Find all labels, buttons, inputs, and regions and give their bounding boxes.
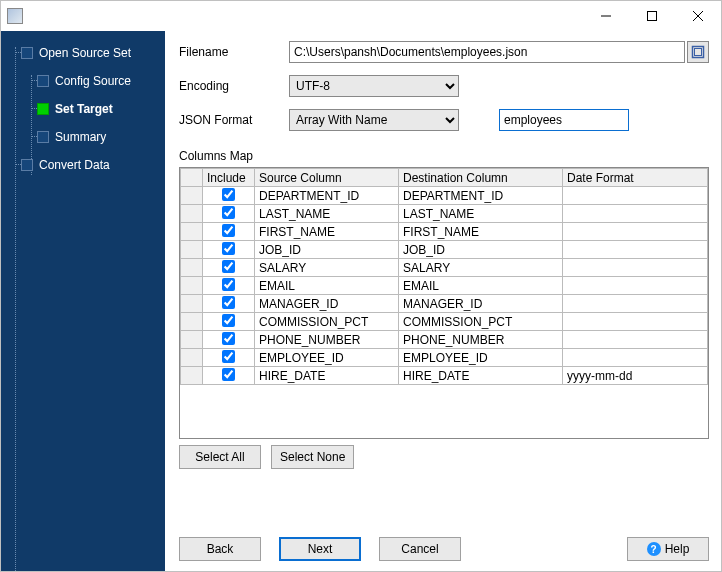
header-date-format[interactable]: Date Format	[563, 169, 708, 187]
sidebar-item-set-target[interactable]: Set Target	[1, 95, 165, 123]
next-button[interactable]: Next	[279, 537, 361, 561]
include-cell[interactable]	[203, 187, 255, 205]
help-button[interactable]: ?Help	[627, 537, 709, 561]
source-cell[interactable]: FIRST_NAME	[255, 223, 399, 241]
filename-input[interactable]	[289, 41, 685, 63]
include-checkbox[interactable]	[222, 332, 235, 345]
close-button[interactable]	[675, 1, 721, 31]
source-cell[interactable]: EMPLOYEE_ID	[255, 349, 399, 367]
date-format-cell[interactable]	[563, 241, 708, 259]
row-header[interactable]	[181, 367, 203, 385]
row-header[interactable]	[181, 259, 203, 277]
include-cell[interactable]	[203, 349, 255, 367]
destination-cell[interactable]: FIRST_NAME	[399, 223, 563, 241]
source-cell[interactable]: HIRE_DATE	[255, 367, 399, 385]
table-row[interactable]: PHONE_NUMBERPHONE_NUMBER	[181, 331, 708, 349]
header-destination[interactable]: Destination Column	[399, 169, 563, 187]
date-format-cell[interactable]	[563, 205, 708, 223]
cancel-button[interactable]: Cancel	[379, 537, 461, 561]
destination-cell[interactable]: JOB_ID	[399, 241, 563, 259]
maximize-button[interactable]	[629, 1, 675, 31]
include-cell[interactable]	[203, 259, 255, 277]
destination-cell[interactable]: MANAGER_ID	[399, 295, 563, 313]
table-row[interactable]: EMPLOYEE_IDEMPLOYEE_ID	[181, 349, 708, 367]
include-cell[interactable]	[203, 295, 255, 313]
source-cell[interactable]: JOB_ID	[255, 241, 399, 259]
include-checkbox[interactable]	[222, 368, 235, 381]
include-checkbox[interactable]	[222, 278, 235, 291]
source-cell[interactable]: SALARY	[255, 259, 399, 277]
source-cell[interactable]: LAST_NAME	[255, 205, 399, 223]
include-cell[interactable]	[203, 313, 255, 331]
source-cell[interactable]: EMAIL	[255, 277, 399, 295]
date-format-cell[interactable]	[563, 277, 708, 295]
row-header[interactable]	[181, 295, 203, 313]
include-cell[interactable]	[203, 331, 255, 349]
row-header[interactable]	[181, 241, 203, 259]
row-header[interactable]	[181, 313, 203, 331]
include-checkbox[interactable]	[222, 314, 235, 327]
include-cell[interactable]	[203, 241, 255, 259]
sidebar-item-convert-data[interactable]: Convert Data	[1, 151, 165, 179]
browse-button[interactable]	[687, 41, 709, 63]
destination-cell[interactable]: SALARY	[399, 259, 563, 277]
header-source[interactable]: Source Column	[255, 169, 399, 187]
row-header[interactable]	[181, 205, 203, 223]
include-checkbox[interactable]	[222, 260, 235, 273]
include-cell[interactable]	[203, 205, 255, 223]
table-row[interactable]: EMAILEMAIL	[181, 277, 708, 295]
include-checkbox[interactable]	[222, 224, 235, 237]
include-cell[interactable]	[203, 277, 255, 295]
table-row[interactable]: FIRST_NAMEFIRST_NAME	[181, 223, 708, 241]
include-cell[interactable]	[203, 367, 255, 385]
header-include[interactable]: Include	[203, 169, 255, 187]
encoding-select[interactable]: UTF-8	[289, 75, 459, 97]
table-row[interactable]: COMMISSION_PCTCOMMISSION_PCT	[181, 313, 708, 331]
json-format-select[interactable]: Array With Name	[289, 109, 459, 131]
table-row[interactable]: MANAGER_IDMANAGER_ID	[181, 295, 708, 313]
destination-cell[interactable]: HIRE_DATE	[399, 367, 563, 385]
date-format-cell[interactable]	[563, 259, 708, 277]
include-checkbox[interactable]	[222, 188, 235, 201]
select-none-button[interactable]: Select None	[271, 445, 354, 469]
date-format-cell[interactable]: yyyy-mm-dd	[563, 367, 708, 385]
source-cell[interactable]: DEPARTMENT_ID	[255, 187, 399, 205]
array-name-input[interactable]	[499, 109, 629, 131]
date-format-cell[interactable]	[563, 187, 708, 205]
source-cell[interactable]: PHONE_NUMBER	[255, 331, 399, 349]
sidebar-item-open-source-set[interactable]: Open Source Set	[1, 39, 165, 67]
destination-cell[interactable]: LAST_NAME	[399, 205, 563, 223]
source-cell[interactable]: COMMISSION_PCT	[255, 313, 399, 331]
destination-cell[interactable]: EMPLOYEE_ID	[399, 349, 563, 367]
include-cell[interactable]	[203, 223, 255, 241]
row-header[interactable]	[181, 277, 203, 295]
include-checkbox[interactable]	[222, 350, 235, 363]
date-format-cell[interactable]	[563, 313, 708, 331]
include-checkbox[interactable]	[222, 296, 235, 309]
back-button[interactable]: Back	[179, 537, 261, 561]
table-row[interactable]: HIRE_DATEHIRE_DATEyyyy-mm-dd	[181, 367, 708, 385]
destination-cell[interactable]: PHONE_NUMBER	[399, 331, 563, 349]
date-format-cell[interactable]	[563, 223, 708, 241]
table-row[interactable]: JOB_IDJOB_ID	[181, 241, 708, 259]
sidebar-item-config-source[interactable]: Config Source	[1, 67, 165, 95]
include-checkbox[interactable]	[222, 242, 235, 255]
date-format-cell[interactable]	[563, 331, 708, 349]
destination-cell[interactable]: EMAIL	[399, 277, 563, 295]
date-format-cell[interactable]	[563, 295, 708, 313]
source-cell[interactable]: MANAGER_ID	[255, 295, 399, 313]
date-format-cell[interactable]	[563, 349, 708, 367]
table-row[interactable]: DEPARTMENT_IDDEPARTMENT_ID	[181, 187, 708, 205]
table-row[interactable]: LAST_NAMELAST_NAME	[181, 205, 708, 223]
minimize-button[interactable]	[583, 1, 629, 31]
row-header[interactable]	[181, 349, 203, 367]
row-header[interactable]	[181, 223, 203, 241]
select-all-button[interactable]: Select All	[179, 445, 261, 469]
columns-map-grid[interactable]: Include Source Column Destination Column…	[179, 167, 709, 439]
destination-cell[interactable]: DEPARTMENT_ID	[399, 187, 563, 205]
row-header[interactable]	[181, 187, 203, 205]
table-row[interactable]: SALARYSALARY	[181, 259, 708, 277]
destination-cell[interactable]: COMMISSION_PCT	[399, 313, 563, 331]
row-header[interactable]	[181, 331, 203, 349]
sidebar-item-summary[interactable]: Summary	[1, 123, 165, 151]
